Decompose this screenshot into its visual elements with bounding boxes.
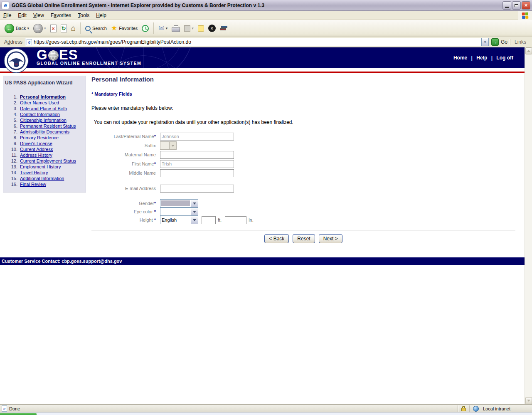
menu-tools[interactable]: Tools — [74, 11, 93, 20]
refresh-button[interactable]: ↻ — [59, 23, 69, 34]
favorites-label: Favorites — [119, 26, 138, 31]
wizard-num: 6. — [3, 123, 20, 129]
wizard-link[interactable]: Address History — [20, 152, 52, 158]
nav-home-link[interactable]: Home — [453, 55, 467, 61]
menu-bar: File Edit View Favorites Tools Help — [0, 11, 532, 20]
vertical-scrollbar[interactable] — [525, 47, 532, 404]
scroll-down-icon — [527, 400, 530, 402]
start-button-edge[interactable] — [0, 413, 37, 415]
back-dropdown-icon[interactable]: ▾ — [27, 26, 29, 30]
minimize-button[interactable] — [502, 1, 511, 10]
edit-dropdown-icon: ▾ — [192, 26, 194, 30]
scroll-down-button[interactable] — [525, 397, 532, 404]
eye-color-select[interactable] — [160, 208, 198, 216]
favorites-button[interactable]: ★ Favorites — [109, 24, 140, 33]
back-wizard-button[interactable]: < Back — [264, 234, 289, 243]
close-button[interactable]: × — [522, 1, 530, 10]
menu-view[interactable]: View — [30, 11, 47, 20]
email-input[interactable] — [160, 185, 234, 193]
menu-help[interactable]: Help — [93, 11, 110, 20]
forward-icon: → — [33, 24, 43, 33]
stop-button[interactable]: × — [48, 23, 59, 34]
wizard-list: 1.Personal Information 2.Other Names Use… — [3, 94, 86, 187]
next-button[interactable]: Next > — [319, 234, 342, 243]
research-button[interactable] — [218, 24, 229, 33]
menu-file[interactable]: File — [0, 11, 15, 20]
status-bar: e Done Local intranet — [0, 404, 532, 413]
wizard-link[interactable]: Date and Place of Birth — [20, 106, 67, 111]
chevron-down-icon[interactable] — [191, 200, 198, 207]
wizard-link[interactable]: Current Address — [20, 146, 53, 152]
notes-icon — [198, 25, 204, 32]
height-unit-select[interactable]: English — [160, 216, 198, 224]
wizard-item-employment-history: 13.Employment History — [3, 164, 86, 170]
toolbar-separator — [153, 22, 154, 34]
address-dropdown-button[interactable]: ▾ — [481, 38, 488, 46]
wizard-link[interactable]: Other Names Used — [20, 100, 59, 106]
edit-button[interactable]: ▾ — [182, 24, 196, 33]
nav-help-link[interactable]: Help — [476, 55, 487, 61]
maternal-name-input[interactable] — [160, 151, 234, 159]
flag-green — [525, 12, 528, 15]
discuss-button[interactable]: × — [206, 23, 218, 33]
form-spacer — [91, 193, 515, 199]
links-menu[interactable]: Links — [510, 39, 530, 45]
reset-button[interactable]: Reset — [293, 234, 315, 243]
wizard-item-personal-information: 1.Personal Information — [3, 94, 86, 100]
back-icon: ← — [5, 24, 14, 33]
mail-button[interactable]: ✉ ▾ — [156, 24, 170, 32]
middle-name-input[interactable] — [160, 169, 234, 177]
wizard-item-drivers-license: 9.Driver's License — [3, 141, 86, 146]
form-divider — [91, 230, 515, 230]
wizard-link[interactable]: Admissibility Documents — [20, 129, 69, 135]
wizard-link[interactable]: Contact Information — [20, 111, 60, 117]
wizard-link[interactable]: Current Employment Status — [20, 158, 76, 164]
intranet-globe-icon — [473, 406, 479, 412]
search-button[interactable]: Search — [83, 25, 109, 32]
mail-dropdown-icon[interactable]: ▾ — [166, 26, 168, 30]
home-button[interactable]: ⌂ — [69, 24, 78, 33]
refresh-icon: ↻ — [61, 25, 67, 32]
minimize-icon — [505, 7, 509, 8]
chevron-down-icon[interactable] — [191, 216, 198, 224]
notes-button[interactable] — [196, 24, 206, 33]
wizard-link[interactable]: Permanent Resident Status — [20, 123, 76, 129]
zone-cell: Local intranet — [470, 405, 532, 413]
wizard-num: 5. — [3, 117, 20, 123]
print-button[interactable] — [170, 23, 182, 33]
scroll-up-button[interactable] — [525, 47, 532, 54]
gender-select[interactable] — [160, 199, 198, 208]
favorites-icon: ★ — [111, 25, 117, 32]
wizard-link[interactable]: Additional Information — [20, 175, 64, 181]
wizard-link[interactable]: Final Review — [20, 181, 46, 187]
wizard-num: 13. — [3, 164, 20, 170]
first-name-control — [160, 160, 234, 168]
wizard-link[interactable]: Citizenship Information — [20, 117, 66, 123]
address-input[interactable] — [34, 39, 481, 45]
height-feet-input[interactable] — [202, 216, 216, 224]
last-name-control — [160, 133, 234, 141]
wizard-link[interactable]: Primary Residence — [20, 135, 59, 141]
wizard-link[interactable]: Travel History — [20, 170, 48, 175]
menu-favorites[interactable]: Favorites — [47, 11, 74, 20]
back-button[interactable]: ← Back ▾ — [2, 22, 31, 35]
wizard-link[interactable]: Employment History — [20, 164, 61, 170]
page-title: Personal Information — [91, 76, 515, 83]
go-label: Go — [501, 39, 507, 45]
menu-edit[interactable]: Edit — [15, 11, 30, 20]
form-row-height: Height * English ft. in. — [91, 216, 515, 224]
wizard-link[interactable]: Personal Information — [20, 94, 66, 100]
height-inches-input[interactable] — [225, 216, 246, 224]
form-row-last-name: Last/Paternal Name* — [91, 132, 515, 141]
restore-button[interactable] — [512, 1, 521, 10]
middle-name-label: Middle Name — [91, 170, 156, 175]
chevron-down-icon[interactable] — [191, 208, 198, 215]
history-button[interactable] — [140, 24, 151, 33]
nav-logoff-link[interactable]: Log off — [496, 55, 513, 61]
forward-button[interactable]: → ▾ — [31, 22, 48, 35]
wizard-num: 11. — [3, 152, 20, 158]
main-content: Personal Information * Mandatory Fields … — [91, 76, 515, 243]
mandatory-fields-note: * Mandatory Fields — [91, 91, 515, 96]
wizard-link[interactable]: Driver's License — [20, 141, 52, 146]
go-button[interactable]: → Go — [491, 38, 507, 46]
